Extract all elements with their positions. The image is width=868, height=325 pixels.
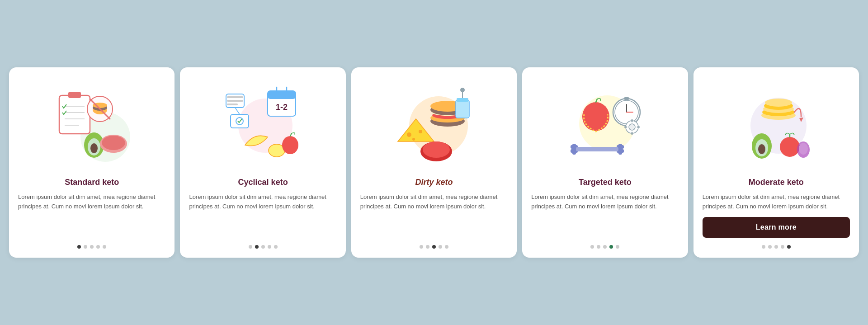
card-cyclical-keto: 1-2 Cyclical [180,67,345,258]
dot-4 [609,245,613,249]
dots-targeted [590,245,619,249]
card-body-dirty: Lorem ipsum dolor sit dim amet, mea regi… [360,193,508,238]
dot-4 [96,245,100,249]
dot-1 [590,245,594,249]
illustration-standard-keto [47,78,137,169]
card-body-cyclical: Lorem ipsum dolor sit dim amet, mea regi… [189,193,336,238]
illustration-moderate-keto [731,78,821,169]
svg-text:1-2: 1-2 [276,103,288,112]
dot-3 [774,245,778,249]
dots-cyclical [249,245,278,249]
dot-3 [432,245,436,249]
svg-point-82 [780,137,800,157]
dot-5 [274,245,278,249]
dot-1 [762,245,765,249]
svg-point-85 [799,143,808,155]
card-body-moderate: Lorem ipsum dolor sit dim amet, mea regi… [703,193,850,212]
dot-2 [597,245,600,249]
card-dirty-keto: Dirty keto Lorem ipsum dolor sit dim ame… [351,67,517,258]
svg-point-77 [765,99,792,107]
svg-rect-58 [624,97,629,100]
dot-3 [90,245,94,249]
dots-moderate [762,245,791,249]
card-title-cyclical: Cyclical keto [238,178,288,187]
svg-rect-71 [576,147,618,151]
card-title-moderate: Moderate keto [749,178,804,187]
dot-2 [84,245,87,249]
card-moderate-keto: Moderate keto Lorem ipsum dolor sit dim … [693,67,859,258]
svg-rect-25 [227,100,243,102]
card-standard-keto: Standard keto Lorem ipsum dolor sit dim … [9,67,175,258]
dot-5 [616,245,619,249]
svg-point-37 [412,138,415,141]
dot-5 [103,245,106,249]
svg-point-49 [423,141,450,158]
svg-point-35 [407,132,411,137]
card-title-targeted: Targeted keto [579,178,632,187]
dot-5 [445,245,448,249]
svg-rect-24 [227,96,243,98]
dot-3 [261,245,265,249]
illustration-cyclical-keto: 1-2 [218,78,308,169]
svg-rect-26 [227,104,238,105]
illustration-dirty-keto [389,78,479,169]
svg-rect-45 [457,98,468,102]
dot-2 [255,245,259,249]
dot-2 [426,245,429,249]
dot-3 [603,245,607,249]
card-title-standard: Standard keto [65,178,119,187]
svg-point-16 [102,136,125,150]
illustration-targeted-keto [560,78,650,169]
dot-4 [268,245,271,249]
dot-1 [77,245,81,249]
dots-dirty [420,245,448,249]
dots-standard [77,245,106,249]
svg-point-47 [460,88,465,92]
dot-4 [439,245,442,249]
svg-rect-19 [268,91,296,99]
svg-point-81 [758,144,765,154]
svg-rect-27 [231,114,249,128]
svg-point-36 [419,130,422,133]
dot-1 [420,245,423,249]
svg-line-29 [235,108,240,114]
dot-4 [781,245,784,249]
card-body-standard: Lorem ipsum dolor sit dim amet, mea regi… [18,193,165,238]
svg-point-14 [90,143,98,153]
svg-rect-44 [456,100,469,118]
card-targeted-keto: Targeted keto Lorem ipsum dolor sit dim … [522,67,688,258]
dot-5 [787,245,791,249]
card-title-dirty: Dirty keto [415,178,453,187]
svg-point-31 [282,136,298,154]
dot-1 [249,245,252,249]
cards-container: Standard keto Lorem ipsum dolor sit dim … [9,67,859,258]
learn-more-button[interactable]: Learn more [703,217,850,238]
card-body-targeted: Lorem ipsum dolor sit dim amet, mea regi… [531,193,679,238]
svg-point-51 [582,102,609,131]
svg-rect-2 [68,92,81,98]
svg-point-60 [629,124,635,130]
dot-2 [768,245,772,249]
